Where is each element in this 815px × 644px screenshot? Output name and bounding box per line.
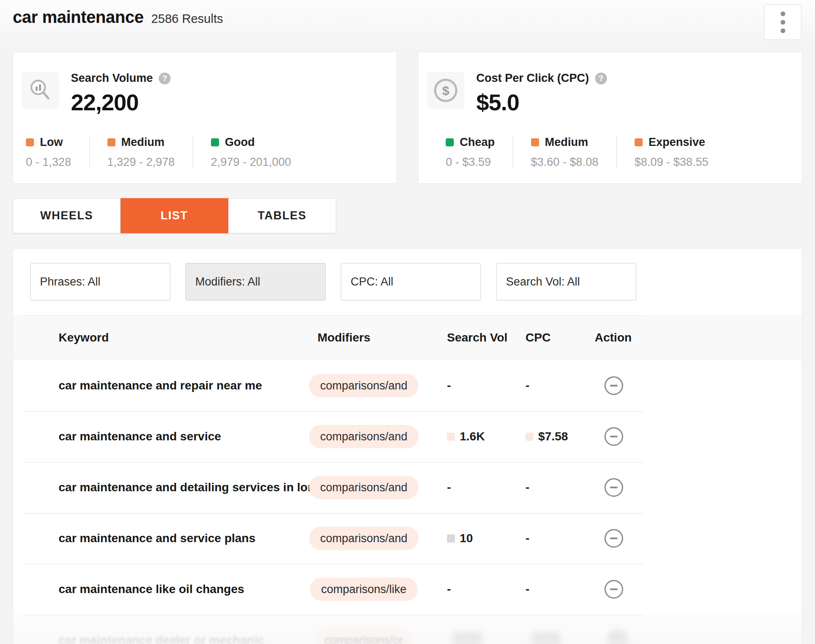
cpc-marker <box>526 433 534 441</box>
column-header-action: Action <box>595 331 632 344</box>
modifier-tag: comparisons/and <box>309 374 419 398</box>
table-body: car maintenance and repair near me compa… <box>13 360 802 644</box>
expensive-color-swatch <box>635 138 643 146</box>
keyword-text: car maintenance like oil changes <box>59 582 244 596</box>
cpc-title: Cost Per Click (CPC) <box>476 72 589 85</box>
cpc-value: - <box>526 379 529 392</box>
modifiers-filter-dropdown[interactable]: Modifiers: All <box>185 263 326 300</box>
column-header-keyword: Keyword <box>59 331 109 344</box>
modifier-tag: comparisons/or <box>314 629 414 644</box>
search-volume-icon-box <box>22 72 59 109</box>
results-panel: Phrases: All Modifiers: All CPC: All Sea… <box>13 248 802 644</box>
modifier-tag: comparisons/and <box>309 425 419 448</box>
medium-cpc-color-swatch <box>531 138 539 146</box>
help-icon[interactable]: ? <box>595 73 607 84</box>
good-color-swatch <box>211 138 219 146</box>
table-row-faded: car maintenance dealer or mechanic compa… <box>13 615 802 644</box>
phrases-filter-dropdown[interactable]: Phrases: All <box>30 263 170 300</box>
keyword-text: car maintenance and repair near me <box>59 379 262 392</box>
svg-text:$: $ <box>442 84 450 98</box>
search-vol-filter-dropdown[interactable]: Search Vol: All <box>496 263 636 300</box>
keyword-text: car maintenance and service <box>59 430 221 443</box>
column-header-search-vol: Search Vol <box>447 331 508 344</box>
column-header-modifiers: Modifiers <box>318 331 370 344</box>
legend-item-expensive: Expensive $8.09 - $38.55 <box>635 136 726 169</box>
tab-list[interactable]: LIST <box>121 198 228 233</box>
search-vol-value: - <box>447 481 451 494</box>
legend-item-good: Good 2,979 - 201,000 <box>211 136 309 169</box>
remove-keyword-button[interactable] <box>604 427 623 446</box>
kebab-menu-icon <box>781 28 785 33</box>
dollar-coin-icon: $ <box>432 77 459 104</box>
legend-item-medium: Medium 1,329 - 2,978 <box>107 136 193 169</box>
search-volume-card: Search Volume ? 22,200 Low 0 - 1,328 Med… <box>13 52 397 184</box>
cpc-value: $5.0 <box>476 89 607 115</box>
search-vol-marker <box>447 535 455 543</box>
kebab-menu-button[interactable] <box>764 4 801 40</box>
remove-keyword-button[interactable] <box>604 376 623 395</box>
legend-item-medium-cpc: Medium $3.60 - $8.08 <box>531 136 617 169</box>
kebab-menu-icon <box>781 20 785 25</box>
keyword-text: car maintenance dealer or mechanic <box>59 633 264 644</box>
table-row: car maintenance and detailing services i… <box>13 462 802 513</box>
cpc-icon-box: $ <box>427 72 464 109</box>
view-tabs: WHEELS LIST TABLES <box>13 198 336 233</box>
modifier-tag: comparisons/and <box>309 527 419 550</box>
tab-tables[interactable]: TABLES <box>228 198 336 233</box>
kebab-menu-icon <box>781 11 785 16</box>
search-vol-value: 10 <box>460 532 473 545</box>
search-vol-marker <box>447 433 455 441</box>
cpc-filter-dropdown[interactable]: CPC: All <box>341 263 481 300</box>
tab-wheels[interactable]: WHEELS <box>13 198 121 233</box>
cpc-value: - <box>526 481 529 494</box>
page-title: car maintenance <box>13 8 143 27</box>
keyword-text: car maintenance and service plans <box>59 532 256 545</box>
remove-keyword-button[interactable] <box>604 478 623 497</box>
column-header-cpc: CPC <box>526 331 551 344</box>
help-icon[interactable]: ? <box>159 73 171 84</box>
table-row: car maintenance and repair near me compa… <box>13 360 802 411</box>
blurred-cpc-value <box>531 632 561 644</box>
page-header: car maintenance 2586 Results <box>13 8 223 27</box>
remove-keyword-button[interactable] <box>604 529 623 548</box>
cpc-value: - <box>526 582 529 596</box>
modifier-tag: comparisons/like <box>310 578 417 601</box>
search-vol-value: - <box>447 379 451 392</box>
search-vol-value: 1.6K <box>460 430 485 443</box>
legend-item-low: Low 0 - 1,328 <box>26 136 90 169</box>
cpc-value: - <box>526 532 529 545</box>
cheap-color-swatch <box>446 138 454 146</box>
search-volume-legend: Low 0 - 1,328 Medium 1,329 - 2,978 Good … <box>26 136 327 169</box>
low-color-swatch <box>26 138 34 146</box>
search-volume-value: 22,200 <box>71 89 171 115</box>
table-header: Keyword Modifiers Search Vol CPC Action <box>13 315 802 360</box>
table-row: car maintenance and service comparisons/… <box>13 411 802 462</box>
cpc-card: $ Cost Per Click (CPC) ? $5.0 Cheap 0 - … <box>418 52 802 184</box>
remove-keyword-button[interactable] <box>604 580 623 599</box>
cpc-value: $7.58 <box>538 430 568 443</box>
filter-bar: Phrases: All Modifiers: All CPC: All Sea… <box>30 263 636 300</box>
table-row: car maintenance like oil changes compari… <box>13 564 802 615</box>
blurred-search-vol-value <box>452 632 482 644</box>
blurred-action-button <box>607 630 629 644</box>
search-vol-value: - <box>447 582 451 596</box>
table-row: car maintenance and service plans compar… <box>13 513 802 564</box>
legend-item-cheap: Cheap 0 - $3.59 <box>446 136 513 169</box>
cpc-legend: Cheap 0 - $3.59 Medium $3.60 - $8.08 Exp… <box>446 136 744 169</box>
medium-color-swatch <box>107 138 115 146</box>
modifier-tag: comparisons/and <box>309 476 419 499</box>
results-count: 2586 Results <box>151 12 223 26</box>
search-volume-title: Search Volume <box>71 72 153 85</box>
magnifier-bars-icon <box>28 78 53 103</box>
